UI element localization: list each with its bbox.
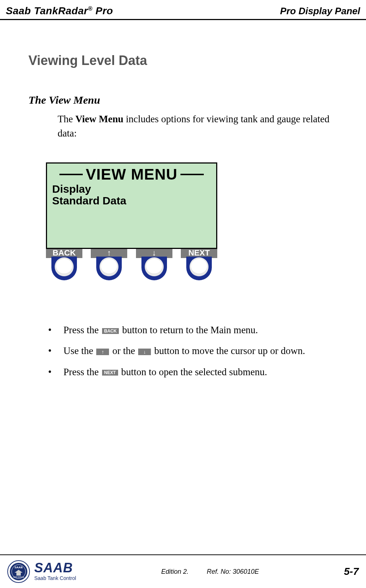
footer-logo-block: SAAB AEROSPACE SAAB Saab Tank Control	[7, 560, 76, 583]
subheading: The View Menu	[28, 94, 340, 106]
instruction-list: • Press the BACK button to return to the…	[48, 323, 340, 379]
list-item: • Press the NEXT button to open the sele…	[48, 365, 340, 379]
back-button[interactable]	[50, 257, 79, 283]
svg-point-11	[193, 261, 200, 267]
product-prefix: Saab TankRadar	[6, 5, 88, 16]
svg-point-5	[103, 261, 110, 267]
back-button-slot: BACK	[46, 248, 82, 283]
list-item: • Use the ↑ or the ↓ button to move the …	[48, 344, 340, 358]
saab-logo-text: SAAB	[34, 562, 76, 574]
para-prefix: The	[58, 114, 75, 124]
inline-back-button: BACK	[102, 328, 119, 334]
bullet-text: button to open the selected submenu.	[119, 366, 267, 377]
bullet-icon: •	[48, 365, 51, 379]
saab-logo-subtitle: Saab Tank Control	[34, 575, 76, 581]
header-product-name: Saab TankRadar® Pro	[6, 5, 113, 17]
bullet-icon: •	[48, 344, 51, 358]
list-item: • Press the BACK button to return to the…	[48, 323, 340, 337]
down-button-slot: ↓	[136, 248, 172, 283]
bullet-text: button to move the cursor up or down.	[152, 345, 305, 356]
page-content: Viewing Level Data The View Menu The Vie…	[0, 20, 366, 379]
bullet-text: Use the	[63, 345, 96, 356]
bullet-text: Press the	[63, 324, 101, 335]
bullet-text: Press the	[63, 366, 101, 377]
footer-edition: Edition 2.	[161, 568, 188, 576]
saab-emblem-icon: SAAB AEROSPACE	[7, 560, 30, 583]
bullet-text: button to return to the Main menu.	[120, 324, 258, 335]
up-button-slot: ↑	[91, 248, 127, 283]
screen-title-row: VIEW MENU	[52, 166, 211, 183]
section-title: Viewing Level Data	[28, 53, 340, 68]
footer-center: Edition 2. Ref. No: 306010E	[161, 568, 259, 576]
up-button[interactable]	[94, 257, 124, 283]
display-panel-figure: VIEW MENU Display Standard Data BACK ↑	[46, 162, 217, 283]
svg-point-2	[58, 261, 66, 267]
lcd-screen: VIEW MENU Display Standard Data	[46, 162, 217, 249]
screen-line-1: Display	[52, 183, 211, 195]
intro-paragraph: The View Menu includes options for viewi…	[58, 112, 340, 141]
title-line-left	[59, 174, 83, 175]
product-suffix: Pro	[93, 5, 113, 16]
svg-point-8	[148, 261, 156, 267]
title-line-right	[180, 174, 204, 175]
screen-line-2: Standard Data	[52, 195, 211, 207]
next-button-slot: NEXT	[181, 248, 217, 283]
next-button[interactable]	[184, 257, 214, 283]
down-button[interactable]	[140, 257, 169, 283]
page-header: Saab TankRadar® Pro Pro Display Panel	[0, 0, 366, 20]
inline-up-button: ↑	[96, 349, 109, 355]
button-bar: BACK ↑ ↓	[46, 248, 217, 283]
bullet-text: or the	[110, 345, 137, 356]
registered-mark: ®	[88, 5, 92, 12]
footer-page-number: 5-7	[344, 566, 359, 577]
bullet-icon: •	[48, 323, 51, 337]
footer-ref: Ref. No: 306010E	[207, 568, 259, 576]
page-footer: SAAB AEROSPACE SAAB Saab Tank Control Ed…	[0, 554, 366, 583]
svg-text:SAAB: SAAB	[15, 566, 23, 569]
inline-down-button: ↓	[138, 349, 151, 355]
svg-text:AEROSPACE: AEROSPACE	[13, 576, 24, 578]
para-bold: View Menu	[75, 114, 124, 124]
inline-next-button: NEXT	[102, 370, 118, 376]
saab-text-block: SAAB Saab Tank Control	[34, 562, 76, 581]
header-section-name: Pro Display Panel	[280, 5, 360, 17]
screen-title: VIEW MENU	[86, 166, 178, 183]
